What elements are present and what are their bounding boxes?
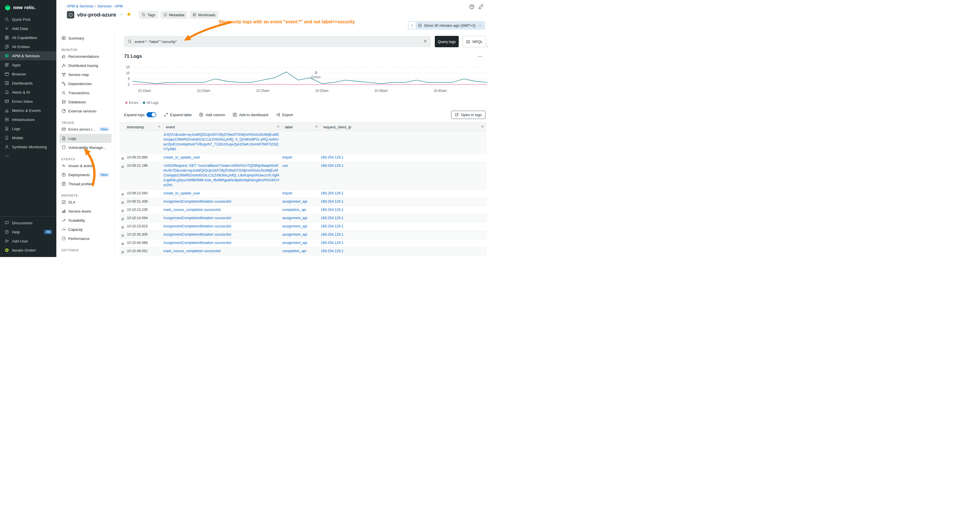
tags-button[interactable]: Tags: [139, 11, 158, 19]
log-search-box[interactable]: [124, 36, 431, 47]
legend-item-errors[interactable]: Errors: [125, 101, 138, 105]
remove-column-timestamp-button[interactable]: [158, 125, 161, 129]
help-button[interactable]: [469, 4, 475, 11]
row-select-handle[interactable]: [121, 243, 124, 245]
newrelic-logo[interactable]: new relic.: [0, 0, 56, 11]
favorite-star-button[interactable]: [126, 12, 132, 18]
entity-nav-item-service-levels[interactable]: Service levels: [59, 207, 111, 216]
expand-table-button[interactable]: Expand table: [164, 112, 192, 117]
row-select-handle[interactable]: [121, 251, 124, 253]
entity-nav-item-transactions[interactable]: Transactions: [59, 88, 111, 97]
global-nav-item-errors-inbox[interactable]: Errors Inbox: [0, 97, 56, 106]
log-event-link[interactable]: AssignmentCompletionMutation successful: [163, 241, 231, 245]
global-nav-item-more[interactable]: [0, 151, 56, 161]
workloads-button[interactable]: Workloads: [189, 11, 218, 19]
log-ip-link[interactable]: 169.254.129.1: [321, 208, 344, 212]
column-header-request-client-ip[interactable]: request_client_ip: [321, 123, 487, 131]
log-event-link[interactable]: AssignmentCompletionMutation successful: [163, 232, 231, 237]
row-select-handle[interactable]: [121, 210, 124, 212]
log-label-link[interactable]: assignment_api: [282, 216, 307, 220]
entity-nav-item-service-map[interactable]: Service map: [59, 70, 111, 79]
row-select-handle[interactable]: [121, 158, 124, 160]
time-back-button[interactable]: [409, 22, 416, 29]
time-forward-button[interactable]: [486, 45, 490, 49]
breadcrumb-services-apm[interactable]: Services - APM: [98, 4, 123, 8]
metadata-button[interactable]: Metadata: [161, 11, 187, 19]
log-ip-link[interactable]: 169.254.129.1: [321, 199, 344, 204]
log-event-link[interactable]: <ASGIRequest: GET '/sso/callback/?state=…: [163, 164, 280, 187]
row-select-handle[interactable]: [121, 234, 124, 237]
entity-nav-item-scalability[interactable]: Scalability: [59, 216, 111, 225]
more-options-button[interactable]: [477, 54, 483, 60]
log-row[interactable]: 10:10:13.235 mark_course_completion succ…: [120, 206, 487, 214]
open-in-logs-button[interactable]: Open in logs: [451, 111, 485, 119]
global-nav-item-add-data[interactable]: Add Data: [0, 24, 56, 33]
log-row[interactable]: 10:09:31.439 AssignmentCompletionMutatio…: [120, 198, 487, 206]
entity-nav-item-deployments[interactable]: Deployments New: [59, 170, 111, 179]
entity-nav-item-vulnerability-management[interactable]: Vulnerability Management: [59, 143, 111, 152]
global-nav-item-infrastructure[interactable]: Infrastructure: [0, 115, 56, 124]
entity-nav-item-dependencies[interactable]: Dependencies: [59, 79, 111, 88]
log-label-link[interactable]: import: [282, 191, 292, 195]
log-label-link[interactable]: completion_api: [282, 249, 306, 253]
global-nav-item-metrics-events[interactable]: Metrics & Events: [0, 106, 56, 115]
entity-nav-item-external-services[interactable]: External services: [59, 107, 111, 116]
entity-nav-item-capacity[interactable]: Capacity: [59, 225, 111, 234]
clear-query-button[interactable]: [423, 39, 427, 45]
entity-nav-item-issues-activity[interactable]: Issues & activity: [59, 161, 111, 170]
row-select-handle[interactable]: [121, 218, 124, 220]
log-ip-link[interactable]: 169.254.129.1: [321, 224, 344, 228]
log-row[interactable]: 10:10:23.815 AssignmentCompletionMutatio…: [120, 223, 487, 231]
log-row[interactable]: 10:10:14.094 AssignmentCompletionMutatio…: [120, 214, 487, 223]
global-nav-footer-iterativ-gmbh[interactable]: Iterativ GmbH: [0, 246, 56, 255]
log-row[interactable]: 10:10:49.051 mark_course_completion succ…: [120, 247, 487, 256]
entity-nav-item-recommendations[interactable]: Recommendations: [59, 52, 111, 61]
log-event-link[interactable]: AssignmentCompletionMutation successful: [163, 216, 231, 220]
global-nav-item-apm-services[interactable]: APM & Services: [0, 51, 56, 60]
export-button[interactable]: Export: [276, 112, 293, 117]
add-column-button[interactable]: Add column: [199, 112, 225, 117]
log-ip-link[interactable]: 169.254.129.1: [321, 191, 344, 195]
column-header-label[interactable]: label: [282, 123, 321, 131]
entity-nav-item-databases[interactable]: Databases: [59, 97, 111, 107]
log-ip-link[interactable]: 169.254.129.1: [321, 216, 344, 220]
global-nav-item-dashboards[interactable]: Dashboards: [0, 78, 56, 88]
entity-dropdown-chevron[interactable]: [119, 12, 124, 18]
entity-nav-item-sla[interactable]: SLA: [59, 197, 111, 207]
row-select-handle[interactable]: [121, 202, 124, 204]
entity-nav-item-distributed-tracing[interactable]: Distributed tracing: [59, 61, 111, 70]
log-label-link[interactable]: completion_api: [282, 208, 306, 212]
log-label-link[interactable]: assignment_api: [282, 241, 307, 245]
entity-nav-item-summary[interactable]: Summary: [59, 33, 111, 43]
chart-plot[interactable]: 0 Errors: [133, 64, 487, 86]
row-select-handle[interactable]: [121, 193, 124, 196]
add-to-dashboard-button[interactable]: Add to dashboard: [232, 112, 268, 117]
remove-column-label-button[interactable]: [315, 125, 318, 129]
log-ip-link[interactable]: 169.254.129.1: [321, 155, 344, 159]
global-nav-item-mobile[interactable]: Mobile: [0, 133, 56, 142]
log-row[interactable]: 10:09:20.895 create_or_update_user impor…: [120, 154, 487, 162]
entity-nav-item-logs[interactable]: Logs: [59, 134, 111, 143]
breadcrumb-apm-services[interactable]: APM & Services: [67, 4, 94, 8]
query-logs-button[interactable]: Query logs: [435, 36, 459, 47]
log-event-link[interactable]: mark_course_completion successful: [163, 249, 221, 253]
log-ip-link[interactable]: 169.254.129.1: [321, 241, 344, 245]
entity-nav-item-performance[interactable]: Performance: [59, 234, 111, 243]
time-picker-pill[interactable]: Since 30 minutes ago (GMT+2): [408, 21, 485, 30]
row-select-handle[interactable]: [121, 165, 124, 168]
log-query-input[interactable]: [135, 40, 420, 44]
log-label-link[interactable]: assignment_api: [282, 199, 307, 204]
log-label-link[interactable]: assignment_api: [282, 232, 307, 237]
global-nav-item-synthetic-monitoring[interactable]: Synthetic Monitoring: [0, 142, 56, 151]
entity-nav-item-thread-profiler[interactable]: Thread profiler: [59, 179, 111, 188]
log-event-link[interactable]: mark_course_completion successful: [163, 208, 221, 212]
log-row[interactable]: JUQVU&code=eyJraWQiOiJjcGltY29yZV8wOTl1M…: [120, 131, 487, 154]
global-nav-item-alerts-ai[interactable]: Alerts & AI: [0, 88, 56, 97]
entity-nav-item-errors-errors-inb[interactable]: Errors (errors inb... New: [59, 125, 111, 134]
column-header-event[interactable]: event: [163, 123, 282, 131]
log-event-link[interactable]: create_or_update_user: [163, 191, 200, 195]
legend-item-all-logs[interactable]: All Logs: [143, 101, 159, 105]
nrql-button[interactable]: NRQL: [463, 36, 486, 47]
log-row[interactable]: 10:10:35.305 AssignmentCompletionMutatio…: [120, 231, 487, 239]
log-ip-link[interactable]: 169.254.129.1: [321, 164, 344, 168]
